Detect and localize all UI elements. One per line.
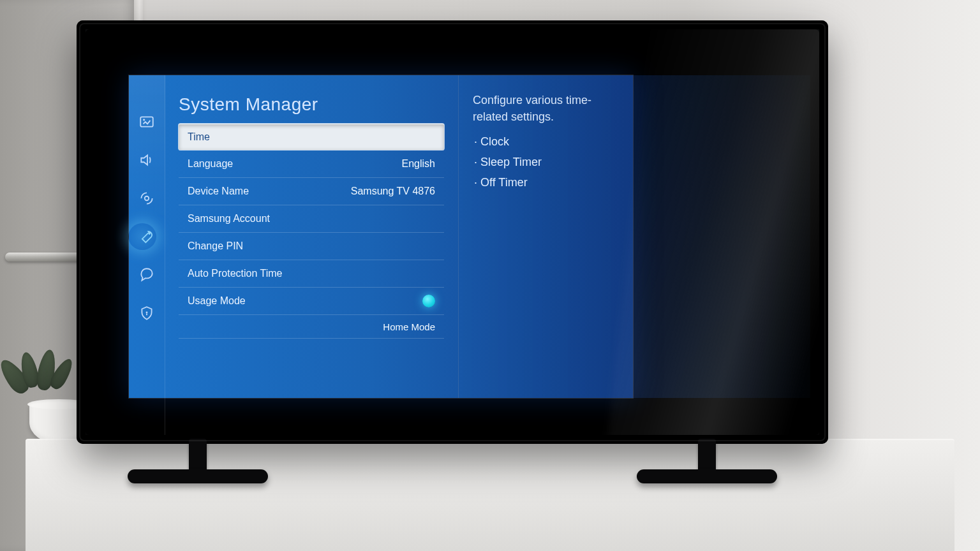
- menu-item-value: Samsung TV 4876: [351, 186, 435, 197]
- menu-item-label: Change PIN: [188, 240, 243, 252]
- svg-point-4: [146, 312, 148, 314]
- menu-item-value: Home Mode: [383, 321, 435, 332]
- menu-item-label: Time: [188, 131, 210, 143]
- settings-icon-rail: [129, 75, 165, 435]
- page-title: System Manager: [179, 94, 444, 115]
- svg-rect-0: [140, 117, 153, 126]
- room-background: g: [0, 0, 980, 551]
- privacy-icon[interactable]: [137, 304, 156, 323]
- svg-point-3: [149, 233, 151, 235]
- general-icon[interactable]: [137, 227, 156, 246]
- description-bullet: Clock: [474, 131, 620, 152]
- description-bullet: Sleep Timer: [474, 152, 620, 172]
- menu-item-auto-protection-time[interactable]: Auto Protection Time: [179, 260, 444, 287]
- menu-item-value: English: [402, 158, 435, 170]
- menu-item-label: Auto Protection Time: [188, 268, 283, 279]
- loading-spinner-icon: [422, 295, 435, 307]
- settings-main-column: System Manager Time Language English Dev…: [165, 75, 458, 398]
- menu-item-time[interactable]: Time: [179, 124, 444, 150]
- svg-point-2: [145, 196, 149, 201]
- svg-point-1: [143, 119, 145, 121]
- description-panel: Configure various time-related settings.…: [458, 75, 633, 398]
- tv-body: g: [77, 20, 828, 444]
- sound-icon[interactable]: [137, 151, 156, 170]
- settings-panel: System Manager Time Language English Dev…: [129, 75, 633, 398]
- menu-item-change-pin[interactable]: Change PIN: [179, 232, 444, 260]
- tv-screen: g: [85, 29, 819, 435]
- support-icon[interactable]: [137, 265, 156, 284]
- picture-icon[interactable]: [137, 112, 156, 131]
- menu-item-label: Samsung Account: [188, 213, 270, 224]
- ui-dark-background: [633, 75, 810, 398]
- menu-item-label: Usage Mode: [188, 295, 246, 307]
- menu-item-label: Device Name: [188, 186, 249, 197]
- tv-foot-left: [128, 439, 268, 483]
- menu-item-device-name[interactable]: Device Name Samsung TV 4876: [179, 177, 444, 205]
- tv-foot-right: [637, 439, 777, 483]
- description-bullet: Off Timer: [474, 172, 620, 193]
- menu-item-usage-mode-value-row[interactable]: Home Mode: [179, 314, 444, 339]
- description-text: Configure various time-related settings.: [473, 92, 620, 125]
- menu-item-samsung-account[interactable]: Samsung Account: [179, 205, 444, 232]
- menu-item-label: Language: [188, 158, 233, 170]
- description-bullet-list: Clock Sleep Timer Off Timer: [474, 131, 620, 193]
- menu-item-usage-mode[interactable]: Usage Mode: [179, 287, 444, 314]
- menu-item-language[interactable]: Language English: [179, 150, 444, 177]
- broadcast-icon[interactable]: [137, 189, 156, 208]
